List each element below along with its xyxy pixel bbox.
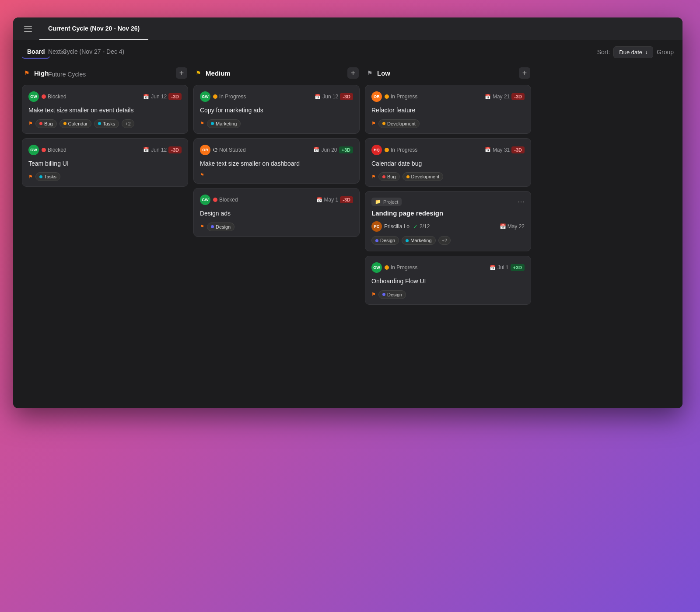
tab-list[interactable]: List [52, 46, 72, 58]
status-label: Blocked [48, 94, 66, 100]
extra-tags-badge: +2 [438, 236, 451, 245]
status-dot [385, 148, 389, 152]
add-card-button-medium[interactable]: + [347, 67, 359, 79]
card-title: Refactor feature [371, 106, 525, 115]
sort-label: Sort: [597, 49, 610, 56]
sort-button[interactable]: Due date ↓ [613, 46, 653, 58]
project-progress: ✓ 2/12 [413, 223, 430, 230]
calendar-icon: 📅 [143, 147, 149, 153]
card-date: 📅 Jul 1 +3D [490, 264, 525, 271]
calendar-icon: 📅 [313, 147, 319, 153]
tag-label: Marketing [410, 238, 431, 243]
date-value: May 1 [324, 197, 339, 203]
tag-tasks: Tasks [94, 119, 119, 128]
task-card-c6[interactable]: OR In Progress 📅 May 21 -3D Refactor fea… [365, 85, 531, 134]
tag-dot [63, 122, 66, 125]
tag-label: Tasks [103, 121, 115, 126]
priority-flag-icon: ⚑ [28, 174, 33, 180]
project-card-header: 📁 Project ⋯ [371, 198, 525, 206]
task-card-c4[interactable]: OR Not Started 📅 Jun 20 +3D Make text si… [193, 138, 360, 184]
status-label: Blocked [219, 197, 238, 203]
card-date: 📅 Jun 12 -3D [143, 146, 182, 153]
card-tags: ⚑ Marketing [200, 119, 353, 128]
tag-label: Tasks [44, 174, 56, 179]
task-card-c9[interactable]: GW In Progress 📅 Jul 1 +3D Onboarding Fl… [365, 256, 531, 305]
top-nav: Past cyclesBacklogCurrent Cycle (Nov 20 … [13, 17, 682, 40]
card-title: Onboarding Flow UI [371, 277, 525, 286]
calendar-icon: 📅 [500, 223, 506, 230]
column-title-medium: Medium [206, 70, 347, 77]
overdue-badge: -3D [340, 196, 353, 203]
project-card-c8[interactable]: 📁 Project ⋯ Landing page redesign PC Pri… [365, 191, 531, 251]
status-badge: Blocked [42, 94, 66, 100]
more-options-button[interactable]: ⋯ [518, 198, 525, 206]
tag-label: Bug [44, 121, 53, 126]
task-card-c5[interactable]: GW Blocked 📅 May 1 -3D Design ads ⚑ [193, 188, 360, 237]
sort-arrow-icon: ↓ [645, 49, 648, 55]
add-card-button-low[interactable]: + [519, 67, 530, 79]
status-dot [385, 265, 389, 270]
status-badge: Blocked [213, 197, 238, 203]
avatar: PC [371, 221, 382, 232]
status-dot [385, 94, 389, 99]
overdue-badge: +3D [511, 264, 525, 271]
tag-dot [98, 122, 101, 125]
overdue-badge: -3D [511, 146, 525, 153]
card-date: 📅 May 21 -3D [485, 93, 525, 100]
project-card-title: Landing page redesign [371, 209, 525, 217]
folder-icon: 📁 [375, 199, 381, 205]
card-title: Design ads [200, 209, 353, 218]
task-card-c2[interactable]: GW Blocked 📅 Jun 12 -3D Team billing UI … [22, 138, 188, 187]
avatar: GW [371, 262, 382, 273]
tag-dot [211, 122, 214, 125]
status-dot [213, 148, 217, 152]
avatar: OR [371, 91, 382, 102]
tag-development: Development [378, 119, 420, 128]
tag-development: Development [402, 172, 444, 181]
sort-value: Due date [619, 49, 642, 56]
tag-design: Design [207, 223, 234, 231]
date-value: May 21 [493, 94, 510, 100]
column-header-high: ⚑High+ [22, 66, 188, 80]
tag-label: Design [216, 224, 231, 230]
card-tags: ⚑ Bug Development [371, 172, 525, 181]
nav-tab-current[interactable]: Current Cycle (Nov 20 - Nov 26) [39, 17, 148, 40]
status-badge: In Progress [385, 147, 417, 153]
card-header: GW Blocked 📅 May 1 -3D [200, 195, 353, 205]
status-label: In Progress [391, 94, 417, 100]
status-badge: Not Started [213, 147, 246, 153]
priority-flag-low: ⚑ [366, 69, 374, 77]
avatar: GW [28, 91, 39, 102]
task-card-c3[interactable]: GW In Progress 📅 Jun 12 -3D Copy for mar… [193, 85, 360, 134]
tag-dot [382, 175, 385, 178]
user-name: Priscilla Lo [384, 223, 410, 230]
sort-section: Sort: Due date ↓ Group [597, 46, 674, 58]
card-header: HQ In Progress 📅 May 31 -3D [371, 145, 525, 155]
task-card-c1[interactable]: GW Blocked 📅 Jun 12 -3D Make text size s… [22, 85, 188, 134]
card-title: Copy for marketing ads [200, 106, 353, 115]
card-tags: ⚑ [200, 172, 353, 178]
tag-marketing: Marketing [207, 119, 241, 128]
tag-label: Development [411, 174, 440, 179]
status-badge: In Progress [385, 94, 417, 100]
tag-dot [39, 122, 42, 125]
tag-label: Design [387, 292, 402, 297]
status-dot [42, 148, 46, 152]
card-date: 📅 Jun 12 -3D [315, 93, 353, 100]
tag-bug: Bug [35, 119, 57, 128]
task-card-c7[interactable]: HQ In Progress 📅 May 31 -3D Calendar dat… [365, 138, 531, 187]
calendar-icon: 📅 [485, 94, 491, 100]
status-label: Not Started [219, 147, 246, 153]
calendar-icon: 📅 [315, 94, 321, 100]
menu-button[interactable] [20, 21, 36, 37]
date-value: May 31 [493, 147, 510, 153]
tag-marketing: Marketing [402, 236, 435, 245]
board: ⚑High+ GW Blocked 📅 Jun 12 -3D Make text… [13, 59, 682, 408]
tag-label: Marketing [216, 121, 237, 126]
priority-flag-icon: ⚑ [200, 224, 204, 230]
tab-board[interactable]: Board [22, 45, 50, 59]
add-card-button-high[interactable]: + [176, 67, 187, 79]
project-user: PC Priscilla Lo [371, 221, 410, 232]
card-tags: Design Marketing +2 [371, 236, 525, 245]
column-title-low: Low [377, 70, 519, 77]
